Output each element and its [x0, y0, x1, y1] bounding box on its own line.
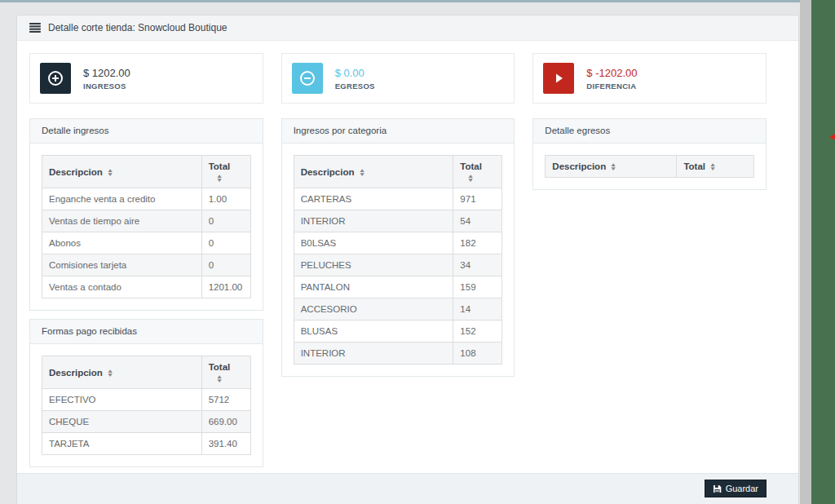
column-left: Detalle ingresos Descripcion▲▼Total▲▼Eng…: [29, 118, 263, 467]
column-header-descripcion[interactable]: Descripcion▲▼: [42, 356, 202, 389]
data-table: Descripcion▲▼Total▲▼Enganche venta a cre…: [42, 155, 251, 298]
table-row: BLUSAS152: [294, 321, 502, 343]
table-row: TARJETA391.40: [42, 433, 251, 455]
diferencia-value: $ -1202.00: [586, 67, 637, 79]
cell-total: 971: [453, 188, 502, 210]
panel-ingresos-categoria-title: Ingresos por categoria: [282, 119, 515, 144]
data-table: Descripcion▲▼Total▲▼EFECTIVO5712CHEQUE66…: [42, 356, 251, 455]
cell-total: 108: [453, 343, 502, 365]
stat-card-diferencia: $ -1202.00 DIFERENCIA: [532, 53, 767, 104]
cell-total: 34: [453, 254, 502, 276]
panel-ingresos-categoria: Ingresos por categoria Descripcion▲▼Tota…: [281, 118, 515, 377]
cell-total: 0: [201, 232, 250, 254]
table-row: INTERIOR108: [294, 343, 502, 365]
cell-descripcion: Comisiones tarjeta: [42, 254, 202, 276]
cell-total: 669.00: [201, 411, 250, 433]
column-header-descripcion[interactable]: Descripcion▲▼: [294, 156, 453, 188]
save-button-label: Guardar: [726, 484, 758, 493]
data-table: Descripcion▲▼Total▲▼: [545, 155, 754, 178]
sort-icon: ▲▼: [108, 168, 113, 176]
cell-descripcion: EFECTIVO: [42, 389, 202, 411]
page-title: Detalle corte tienda: Snowcloud Boutique: [48, 22, 227, 33]
cell-descripcion: BLUSAS: [294, 321, 453, 343]
panel-formas-pago-title: Formas pago recibidas: [30, 320, 263, 344]
column-right: Detalle egresos Descripcion▲▼Total▲▼: [532, 118, 767, 190]
detalle-ingresos-table: Descripcion▲▼Total▲▼Enganche venta a cre…: [30, 144, 263, 310]
stats-row: $ 1202.00 INGRESOS $ 0.00 EGRESOS: [29, 53, 767, 104]
table-row: Ventas a contado1201.00: [42, 276, 251, 298]
scrollbar[interactable]: [800, 0, 811, 504]
cell-total: 0: [201, 210, 250, 232]
cell-descripcion: Enganche venta a credito: [42, 188, 202, 210]
cell-total: 152: [453, 321, 502, 343]
cell-descripcion: Abonos: [42, 232, 202, 254]
stat-card-ingresos: $ 1202.00 INGRESOS: [29, 53, 263, 104]
cell-descripcion: INTERIOR: [294, 210, 453, 232]
panel-footer: Guardar: [17, 473, 798, 504]
sort-icon: ▲▼: [710, 162, 715, 170]
cell-descripcion: CHEQUE: [42, 411, 202, 433]
column-middle: Ingresos por categoria Descripcion▲▼Tota…: [281, 118, 515, 377]
cell-descripcion: PANTALON: [294, 276, 453, 298]
ingresos-value: $ 1202.00: [83, 67, 130, 79]
cell-total: 54: [453, 210, 502, 232]
panel-body: $ 1202.00 INGRESOS $ 0.00 EGRESOS: [17, 41, 798, 473]
cell-total: 391.40: [201, 433, 250, 455]
column-header-total[interactable]: Total▲▼: [677, 156, 754, 178]
table-row: B0LSAS182: [294, 232, 502, 254]
table-row: EFECTIVO5712: [42, 389, 251, 411]
column-header-total[interactable]: Total▲▼: [201, 156, 250, 188]
cell-total: 1201.00: [201, 276, 250, 298]
main-panel: Detalle corte tienda: Snowcloud Boutique…: [16, 15, 799, 504]
diferencia-label: DIFERENCIA: [586, 82, 637, 91]
ingresos-categoria-table: Descripcion▲▼Total▲▼CARTERAS971INTERIOR5…: [282, 144, 515, 376]
table-row: Abonos0: [42, 232, 251, 254]
egresos-value: $ 0.00: [335, 67, 375, 79]
cell-descripcion: Ventas de tiempo aire: [42, 210, 202, 232]
plus-circle-icon: [40, 63, 71, 94]
egresos-label: EGRESOS: [335, 82, 375, 91]
panel-heading: Detalle corte tienda: Snowcloud Boutique: [17, 15, 798, 41]
column-header-descripcion[interactable]: Descripcion▲▼: [546, 156, 677, 178]
play-icon: [543, 63, 574, 94]
cell-total: 182: [453, 232, 502, 254]
desktop-edge: [811, 0, 835, 504]
cell-descripcion: TARJETA: [42, 433, 202, 455]
list-icon: [29, 23, 41, 33]
panel-detalle-egresos: Detalle egresos Descripcion▲▼Total▲▼: [532, 118, 767, 190]
column-header-total[interactable]: Total▲▼: [201, 356, 250, 389]
theme-top-border: [0, 0, 800, 2]
table-row: Ventas de tiempo aire0: [42, 210, 251, 232]
data-table: Descripcion▲▼Total▲▼CARTERAS971INTERIOR5…: [294, 155, 503, 365]
panel-detalle-ingresos-title: Detalle ingresos: [30, 119, 263, 144]
sort-icon: ▲▼: [108, 369, 113, 377]
sort-icon: ▲▼: [217, 374, 222, 382]
table-row: INTERIOR54: [294, 210, 502, 232]
panels-grid: Detalle ingresos Descripcion▲▼Total▲▼Eng…: [29, 118, 767, 467]
cell-total: 1.00: [201, 188, 250, 210]
formas-pago-table: Descripcion▲▼Total▲▼EFECTIVO5712CHEQUE66…: [30, 344, 263, 466]
sort-icon: ▲▼: [360, 168, 364, 176]
cell-total: 14: [453, 298, 502, 321]
cell-descripcion: B0LSAS: [294, 232, 453, 254]
save-icon: [713, 484, 722, 493]
cell-descripcion: ACCESORIO: [294, 298, 453, 321]
cell-total: 159: [453, 276, 502, 298]
minus-circle-icon: [292, 63, 323, 94]
screen: Detalle corte tienda: Snowcloud Boutique…: [0, 0, 835, 504]
cell-descripcion: CARTERAS: [294, 188, 453, 210]
panel-formas-pago: Formas pago recibidas Descripcion▲▼Total…: [29, 319, 263, 467]
column-header-total[interactable]: Total▲▼: [453, 156, 502, 188]
table-row: ACCESORIO14: [294, 298, 502, 321]
cell-descripcion: Ventas a contado: [42, 276, 202, 298]
column-header-descripcion[interactable]: Descripcion▲▼: [42, 156, 202, 188]
panel-detalle-ingresos: Detalle ingresos Descripcion▲▼Total▲▼Eng…: [29, 118, 263, 311]
save-button[interactable]: Guardar: [705, 480, 767, 497]
ingresos-label: INGRESOS: [83, 82, 130, 91]
cell-descripcion: PELUCHES: [294, 254, 453, 276]
table-row: Comisiones tarjeta0: [42, 254, 251, 276]
cell-descripcion: INTERIOR: [294, 343, 453, 365]
sort-icon: ▲▼: [217, 174, 222, 182]
table-row: CARTERAS971: [294, 188, 502, 210]
detalle-egresos-table: Descripcion▲▼Total▲▼: [533, 144, 766, 189]
